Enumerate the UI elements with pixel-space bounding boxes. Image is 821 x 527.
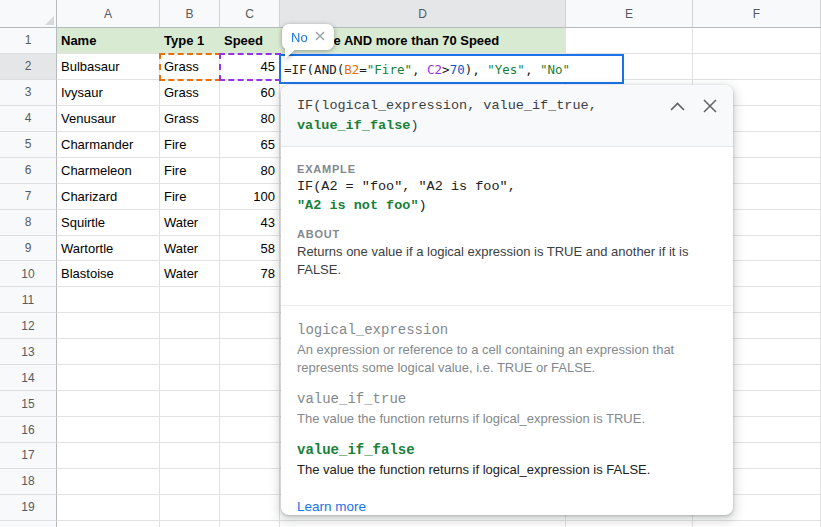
- row-header-5[interactable]: 5: [0, 132, 57, 158]
- cell-A1[interactable]: Name: [57, 28, 160, 54]
- cell-A3[interactable]: Ivysaur: [57, 80, 160, 106]
- row-header-17[interactable]: 17: [0, 443, 57, 469]
- row-header-4[interactable]: 4: [0, 106, 57, 132]
- cell-C7[interactable]: 100: [220, 184, 280, 210]
- cell-C8[interactable]: 43: [220, 210, 280, 236]
- cell-C20[interactable]: [220, 521, 280, 527]
- cell-F2[interactable]: [693, 54, 821, 80]
- row-header-10[interactable]: 10: [0, 261, 57, 287]
- row-header-18[interactable]: 18: [0, 469, 57, 495]
- cell-A15[interactable]: [57, 391, 160, 417]
- cell-B12[interactable]: [160, 313, 220, 339]
- cell-B19[interactable]: [160, 495, 220, 521]
- row-header-19[interactable]: 19: [0, 495, 57, 521]
- cell-A9[interactable]: Wartortle: [57, 236, 160, 262]
- cell-C4[interactable]: 80: [220, 106, 280, 132]
- formula-token: =IF(AND(: [284, 62, 344, 77]
- cell-B10[interactable]: Water: [160, 261, 220, 287]
- cell-C9[interactable]: 58: [220, 236, 280, 262]
- spreadsheet: ABCDEF 12345678910111213141516171819 Nam…: [0, 0, 821, 527]
- learn-more-link[interactable]: Learn more: [297, 499, 366, 514]
- cell-B9[interactable]: Water: [160, 236, 220, 262]
- cell-C11[interactable]: [220, 287, 280, 313]
- row-header-2[interactable]: 2: [0, 54, 57, 80]
- cell-B3[interactable]: Grass: [160, 80, 220, 106]
- row-header-16[interactable]: 16: [0, 417, 57, 443]
- cell-A20[interactable]: [57, 521, 160, 527]
- cell-C10[interactable]: 78: [220, 261, 280, 287]
- cell-B20[interactable]: [160, 521, 220, 527]
- formula-editor-d2[interactable]: =IF(AND(B2="Fire", C2>70), "Yes", "No": [279, 54, 624, 84]
- cell-B13[interactable]: [160, 339, 220, 365]
- cell-C14[interactable]: [220, 365, 280, 391]
- formula-token: B2: [344, 62, 359, 77]
- col-header-F[interactable]: F: [693, 0, 821, 28]
- about-text: Returns one value if a logical expressio…: [297, 243, 711, 279]
- cell-C18[interactable]: [220, 469, 280, 495]
- cell-C1[interactable]: Speed: [220, 28, 280, 54]
- cell-B6[interactable]: Fire: [160, 158, 220, 184]
- cell-A10[interactable]: Blastoise: [57, 261, 160, 287]
- cell-B4[interactable]: Grass: [160, 106, 220, 132]
- col-header-E[interactable]: E: [566, 0, 693, 28]
- cell-C16[interactable]: [220, 417, 280, 443]
- row-header-6[interactable]: 6: [0, 158, 57, 184]
- cell-C6[interactable]: 80: [220, 158, 280, 184]
- cell-B18[interactable]: [160, 469, 220, 495]
- row-header-8[interactable]: 8: [0, 210, 57, 236]
- select-all-corner[interactable]: [0, 0, 57, 28]
- formula-token: "No": [540, 62, 570, 77]
- collapse-icon[interactable]: [670, 102, 685, 111]
- cell-B15[interactable]: [160, 391, 220, 417]
- row-header-11[interactable]: 11: [0, 287, 57, 313]
- cell-C19[interactable]: [220, 495, 280, 521]
- cell-B11[interactable]: [160, 287, 220, 313]
- cell-C3[interactable]: 60: [220, 80, 280, 106]
- cell-B14[interactable]: [160, 365, 220, 391]
- cell-A2[interactable]: Bulbasaur: [57, 54, 160, 80]
- close-icon[interactable]: [703, 99, 717, 113]
- cell-A19[interactable]: [57, 495, 160, 521]
- cell-A16[interactable]: [57, 417, 160, 443]
- row-header-15[interactable]: 15: [0, 391, 57, 417]
- col-header-C[interactable]: C: [220, 0, 280, 28]
- cell-B16[interactable]: [160, 417, 220, 443]
- cell-A17[interactable]: [57, 443, 160, 469]
- cell-C2[interactable]: 45: [220, 54, 280, 80]
- cell-A18[interactable]: [57, 469, 160, 495]
- cell-B2[interactable]: Grass: [160, 54, 220, 80]
- cell-B8[interactable]: Water: [160, 210, 220, 236]
- cell-A13[interactable]: [57, 339, 160, 365]
- row-header-12[interactable]: 12: [0, 313, 57, 339]
- cell-C12[interactable]: [220, 313, 280, 339]
- chip-close-icon[interactable]: [315, 31, 325, 43]
- cell-C17[interactable]: [220, 443, 280, 469]
- col-header-B[interactable]: B: [160, 0, 220, 28]
- cell-B7[interactable]: Fire: [160, 184, 220, 210]
- row-header-13[interactable]: 13: [0, 339, 57, 365]
- cell-A8[interactable]: Squirtle: [57, 210, 160, 236]
- cell-A7[interactable]: Charizard: [57, 184, 160, 210]
- formula-token: "Yes": [487, 62, 525, 77]
- cell-A4[interactable]: Venusaur: [57, 106, 160, 132]
- row-header-14[interactable]: 14: [0, 365, 57, 391]
- cell-A14[interactable]: [57, 365, 160, 391]
- cell-B1[interactable]: Type 1: [160, 28, 220, 54]
- cell-C5[interactable]: 65: [220, 132, 280, 158]
- cell-F1[interactable]: [693, 28, 821, 54]
- cell-A12[interactable]: [57, 313, 160, 339]
- row-header-20[interactable]: [0, 521, 57, 527]
- row-header-1[interactable]: 1: [0, 28, 57, 54]
- row-header-9[interactable]: 9: [0, 236, 57, 262]
- cell-E1[interactable]: [566, 28, 693, 54]
- cell-C13[interactable]: [220, 339, 280, 365]
- cell-A11[interactable]: [57, 287, 160, 313]
- cell-C15[interactable]: [220, 391, 280, 417]
- row-header-7[interactable]: 7: [0, 184, 57, 210]
- cell-A6[interactable]: Charmeleon: [57, 158, 160, 184]
- col-header-A[interactable]: A: [57, 0, 160, 28]
- cell-B5[interactable]: Fire: [160, 132, 220, 158]
- cell-B17[interactable]: [160, 443, 220, 469]
- cell-A5[interactable]: Charmander: [57, 132, 160, 158]
- row-header-3[interactable]: 3: [0, 80, 57, 106]
